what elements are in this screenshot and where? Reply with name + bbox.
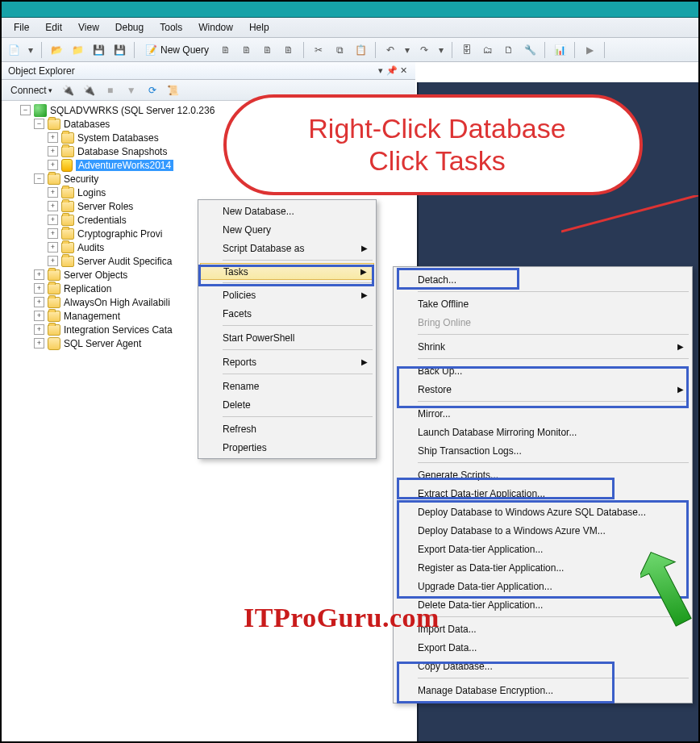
task-deploy-azure-vm[interactable]: Deploy Database to a Windows Azure VM... [395,521,690,540]
menu-debug[interactable]: Debug [108,20,151,35]
expand-icon[interactable]: + [48,242,58,253]
dmx-query-icon[interactable]: 🗎 [259,41,277,59]
dropdown-icon[interactable]: ▾ [436,41,446,59]
expand-icon[interactable]: + [34,311,44,321]
menu-edit[interactable]: Edit [38,20,69,35]
object-explorer-icon[interactable]: 🗂 [479,41,497,59]
menu-tools[interactable]: Tools [152,20,190,35]
activity-monitor-icon[interactable]: 📊 [551,41,569,59]
new-query-button[interactable]: 📝 New Query [140,43,214,57]
expand-icon[interactable]: + [48,187,58,198]
menu-label: Generate Scripts... [418,470,498,481]
folder-icon [61,146,74,157]
task-manage-encryption[interactable]: Manage Database Encryption... [395,681,690,699]
menu-help[interactable]: Help [242,20,277,35]
ctx-powershell[interactable]: Start PowerShell [200,328,374,347]
expand-icon[interactable]: + [48,146,58,157]
properties-icon[interactable]: 🔧 [521,41,539,59]
ctx-delete[interactable]: Delete [200,395,374,414]
ctx-script-database[interactable]: Script Database as▶ [200,239,374,257]
expand-icon[interactable]: + [48,201,58,211]
menu-view[interactable]: View [71,20,106,35]
connect-button[interactable]: Connect ▾ [6,84,56,97]
menu-window[interactable]: Window [191,20,240,35]
collapse-icon[interactable]: − [34,173,44,184]
menu-label: Bring Online [418,317,471,328]
expand-icon[interactable]: + [48,132,58,143]
separator [574,42,575,58]
new-project-icon[interactable]: 📄 [5,41,23,59]
db-engine-query-icon[interactable]: 🗎 [217,41,235,59]
cut-icon[interactable]: ✂ [310,41,327,59]
folder-icon [48,173,60,185]
ctx-facets[interactable]: Facets [200,304,374,323]
connect-icon[interactable]: 🔌 [60,81,77,99]
menu-label: Reports [223,357,256,368]
disconnect-icon[interactable]: 🔌 [81,81,98,99]
refresh-icon[interactable]: ⟳ [144,81,161,99]
expand-icon[interactable]: + [34,297,44,307]
save-icon[interactable]: 💾 [90,41,107,59]
task-shrink[interactable]: Shrink▶ [395,337,690,356]
template-icon[interactable]: 🗋 [500,41,518,59]
ctx-new-query[interactable]: New Query [200,220,374,239]
ctx-new-database[interactable]: New Database... [200,202,374,220]
expand-icon[interactable]: + [48,228,58,239]
undo-icon[interactable]: ↶ [381,41,399,59]
task-restore[interactable]: Restore▶ [395,380,690,399]
ctx-policies[interactable]: Policies▶ [200,286,374,304]
script-icon[interactable]: 📜 [165,81,182,99]
ctx-refresh[interactable]: Refresh [200,420,374,438]
task-launch-mirror[interactable]: Launch Database Mirroring Monitor... [395,423,690,441]
expand-icon[interactable]: + [34,269,44,280]
filter-icon[interactable]: ▼ [123,81,140,99]
dropdown-icon[interactable]: ▾ [402,41,412,59]
mdx-query-icon[interactable]: 🗎 [238,41,256,59]
separator [134,42,135,58]
node-label: Audits [77,242,104,253]
open-folder-icon[interactable]: 📂 [48,41,65,59]
menu-file[interactable]: File [6,20,36,35]
copy-icon[interactable]: ⧉ [331,41,348,59]
pin-icon[interactable]: 📌 [386,65,398,76]
collapse-icon[interactable]: − [20,105,31,115]
expand-icon[interactable]: + [48,256,58,266]
ctx-reports[interactable]: Reports▶ [200,353,374,371]
stop-icon[interactable]: ■ [102,81,119,99]
server-icon [34,104,47,117]
redo-icon[interactable]: ↷ [415,41,433,59]
task-copy-database[interactable]: Copy Database... [395,657,690,675]
expand-icon[interactable]: + [34,324,44,335]
task-export-data[interactable]: Export Data... [395,638,690,657]
paste-icon[interactable]: 📋 [352,41,369,59]
ctx-rename[interactable]: Rename [200,377,374,395]
expand-icon[interactable]: + [48,160,58,170]
task-offline[interactable]: Take Offline [395,294,690,313]
ctx-tasks[interactable]: Tasks▶ [200,263,374,280]
task-deploy-azure-sql[interactable]: Deploy Database to Windows Azure SQL Dat… [395,503,690,521]
xmla-query-icon[interactable]: 🗎 [280,41,298,59]
task-detach[interactable]: Detach... [395,270,690,289]
context-menu-database: New Database... New Query Script Databas… [198,199,377,459]
task-extract-dta[interactable]: Extract Data-tier Application... [395,484,690,503]
save-all-icon[interactable]: 💾 [110,41,128,59]
dropdown-icon[interactable]: ▾ [375,65,386,76]
separator [418,358,689,359]
menu-label: Tasks [223,266,248,278]
task-mirror[interactable]: Mirror... [395,404,690,423]
node-label: Server Objects [64,269,127,281]
task-generate-scripts[interactable]: Generate Scripts... [395,465,690,484]
ctx-properties[interactable]: Properties [200,438,374,457]
task-ship-logs[interactable]: Ship Transaction Logs... [395,441,690,460]
expand-icon[interactable]: + [48,215,58,225]
menu-label: Export Data-tier Application... [418,544,543,555]
expand-icon[interactable]: + [34,338,44,349]
dropdown-icon[interactable]: ▾ [26,41,35,59]
execute-icon[interactable]: ▶ [581,41,598,59]
collapse-icon[interactable]: − [34,119,44,129]
task-backup[interactable]: Back Up... [395,361,690,380]
expand-icon[interactable]: + [34,283,44,294]
open-file-icon[interactable]: 📁 [69,41,86,59]
registered-servers-icon[interactable]: 🗄 [458,41,476,59]
close-icon[interactable]: ✕ [398,65,409,76]
